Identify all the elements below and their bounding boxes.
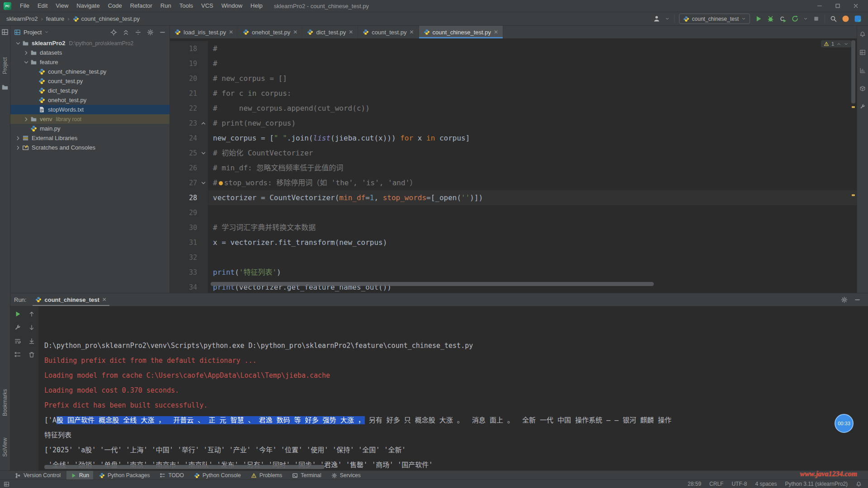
code-text[interactable]: vectorizer = CountVectorizer(min_df=1, s… [208,190,857,205]
toolwindow-button-run[interactable]: Run [66,471,93,480]
plugin-icon[interactable] [854,15,862,23]
console-line[interactable]: Prefix dict has been built successfully. [44,398,868,413]
gutter[interactable]: 23 [170,116,208,131]
debug-button[interactable] [767,15,774,23]
fold-icon[interactable] [199,150,208,156]
breadcrumb-item[interactable]: sklearnPro2 [6,15,38,22]
editor-tab-count_test-py[interactable]: count_test.py✕ [358,26,419,38]
user-profile-icon[interactable] [653,15,660,23]
editor-tab-count_chinese_test-py[interactable]: count_chinese_test.py✕ [419,26,503,38]
gutter[interactable]: 34 [170,280,208,293]
tree-item-sklearnpro2[interactable]: sklearnPro2D:\python_pro\sklearnPro2 [10,38,170,48]
code-text[interactable]: # [208,41,857,56]
search-everywhere-button[interactable] [830,15,837,23]
menu-window[interactable]: Window [217,0,246,12]
toolwindow-button-version-control[interactable]: Version Control [11,471,65,480]
code-line-25[interactable]: 25# 初始化 CountVectorizer [170,145,857,160]
gutter[interactable]: 24 [170,131,208,145]
close-icon[interactable]: ✕ [349,29,353,35]
code-line-23[interactable]: 23# print(new_corpus) [170,116,857,131]
console-line[interactable]: Loading model cost 0.370 seconds. [44,383,868,398]
editor-tab-onehot_test-py[interactable]: onehot_test.py✕ [238,26,302,38]
toolwindow-button-services[interactable]: Services [327,471,365,480]
menu-file[interactable]: File [16,0,33,12]
code-line-20[interactable]: 20# new_corpus = [] [170,71,857,86]
code-text[interactable]: # [208,56,857,71]
sidebar-item-sciview[interactable]: SciView [0,433,10,461]
next-problem-button[interactable] [844,42,849,47]
editor-tab-dict_test-py[interactable]: dict_test.py✕ [302,26,358,38]
status-item[interactable]: Python 3.11 (sklearnPro2) [785,481,848,487]
warning-stripe-mark[interactable] [852,106,855,108]
gutter[interactable]: 19 [170,56,208,71]
inspections-widget[interactable]: 1 [821,40,851,47]
console-output[interactable]: D:\python_pro\sklearnPro2\venv\Scripts\p… [39,306,868,471]
down-stack-trace-button[interactable] [28,324,35,331]
sidebar-item-project[interactable]: Project [0,52,10,79]
right-stripe-icon[interactable] [859,103,866,110]
prev-problem-button[interactable] [836,42,841,47]
code-text[interactable]: # new_corpus = [] [208,71,857,86]
locate-file-button[interactable] [110,29,117,36]
toolwindow-button-problems[interactable]: Problems [247,471,287,480]
menu-navigate[interactable]: Navigate [72,0,104,12]
code-line-28[interactable]: 28vectorizer = CountVectorizer(min_df=1,… [170,190,857,205]
code-line-19[interactable]: 19# [170,56,857,71]
notifications-icon[interactable] [859,31,866,38]
panel-settings-button[interactable] [147,29,154,36]
tree-item-scratches-and-consoles[interactable]: Scratches and Consoles [10,143,170,152]
right-stripe-icon[interactable] [859,85,866,92]
gutter[interactable]: 22 [170,101,208,116]
tree-item-main-py[interactable]: main.py [10,124,170,133]
hide-console-button[interactable] [854,296,861,303]
code-text[interactable] [208,205,857,220]
expand-settings-button[interactable] [135,29,142,36]
tree-item-stopwords-txt[interactable]: stopWords.txt [10,105,170,114]
code-text[interactable]: print('特征列表') [208,265,857,280]
status-item[interactable]: 4 spaces [755,481,777,487]
video-overlay-badge[interactable]: 00:33 [835,414,854,433]
code-line-22[interactable]: 22# new_corpus.append(cut_word(c)) [170,101,857,116]
gutter[interactable]: 21 [170,86,208,101]
toolwindow-button-python-packages[interactable]: Python Packages [95,471,154,480]
right-stripe-icon[interactable] [859,49,866,56]
up-stack-trace-button[interactable] [28,310,35,318]
toolwindow-button-todo[interactable]: TODO [156,471,188,480]
folder-icon[interactable] [1,84,9,91]
code-line-24[interactable]: 24new_corpus = [" ".join(list(jieba.cut(… [170,131,857,145]
console-line[interactable]: ['A股 国产软件 概念股 全线 大涨 ， 开普云 、 正 元 智慧 、 君逸 … [44,413,868,428]
code-line-33[interactable]: 33print('特征列表') [170,265,857,280]
tree-item-count-test-py[interactable]: count_test.py [10,76,170,86]
close-icon[interactable]: ✕ [494,29,498,35]
code-line-21[interactable]: 21# for c in corpus: [170,86,857,101]
window-close-button[interactable] [853,3,859,9]
status-item[interactable]: UTF-8 [731,481,747,487]
console-line[interactable]: Building prefix dict from the default di… [44,353,868,368]
code-text[interactable]: # 学习词汇字典并转换文本数据 [208,220,857,235]
run-button[interactable] [755,15,762,23]
chevron-down-icon[interactable] [665,15,670,23]
menu-refactor[interactable]: Refactor [126,0,156,12]
tool-windows-icon[interactable] [1,28,9,36]
gutter[interactable]: 30 [170,220,208,235]
tree-item-onehot-test-py[interactable]: onehot_test.py [10,95,170,105]
code-line-18[interactable]: 18# [170,41,857,56]
gutter[interactable]: 32 [170,250,208,265]
hide-panel-button[interactable] [159,29,166,36]
clear-console-button[interactable] [28,351,35,358]
code-text[interactable]: # min_df: 忽略文档频率低于此值的词 [208,160,857,175]
code-text[interactable]: x = vectorizer.fit_transform(new_corpus) [208,235,857,250]
tree-item-count-chinese-test-py[interactable]: count_chinese_test.py [10,67,170,76]
tree-expand-icon[interactable] [15,135,21,141]
tree-expand-icon[interactable] [15,145,21,151]
menu-code[interactable]: Code [104,0,126,12]
status-item[interactable]: CRLF [709,481,723,487]
window-maximize-button[interactable] [835,3,841,9]
gutter[interactable]: 18 [170,41,208,56]
menu-vcs[interactable]: VCS [197,0,217,12]
chevron-down-icon[interactable] [803,15,808,23]
code-line-30[interactable]: 30# 学习词汇字典并转换文本数据 [170,220,857,235]
window-minimize-button[interactable] [816,3,823,9]
run-console-tab[interactable]: count_chinese_test ✕ [31,293,111,306]
gutter[interactable]: 25 [170,145,208,160]
